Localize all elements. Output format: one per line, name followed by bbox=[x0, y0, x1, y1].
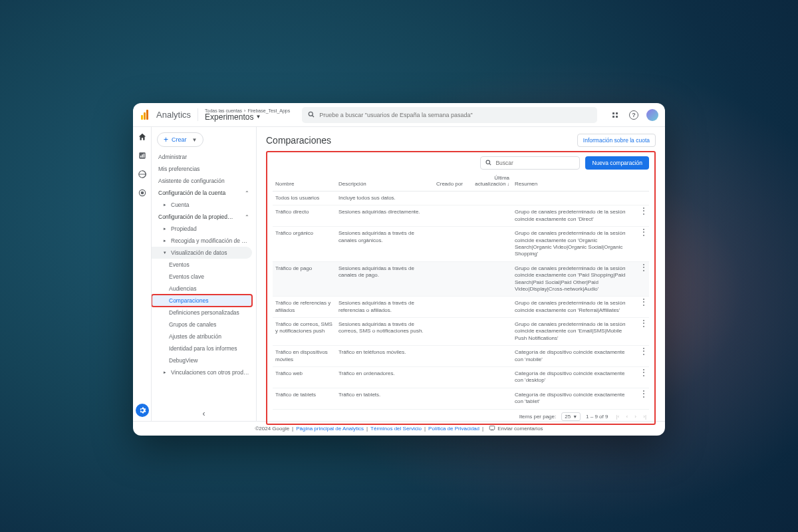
col-header-name[interactable]: Nombre bbox=[273, 172, 336, 192]
global-search[interactable] bbox=[302, 107, 597, 123]
quota-info-link[interactable]: Información sobre la cuota bbox=[577, 134, 656, 147]
row-actions[interactable]: ⋮ bbox=[637, 261, 649, 297]
row-actions[interactable]: ⋮ bbox=[637, 227, 649, 262]
create-button[interactable]: + Crear ▼ bbox=[157, 132, 203, 147]
nav-mis-preferencias[interactable]: Mis preferencias bbox=[152, 163, 256, 175]
more-vert-icon[interactable]: ⋮ bbox=[640, 389, 648, 398]
pager-first-icon[interactable]: |‹ bbox=[616, 414, 619, 420]
pager-last-icon[interactable]: ›| bbox=[643, 414, 646, 420]
nav-identidad-informes[interactable]: Identidad para los informes bbox=[152, 342, 256, 354]
avatar[interactable] bbox=[646, 109, 658, 121]
table-pager: Items per page: 25 ▼ 1 – 9 of 9 |‹ ‹ › ›… bbox=[273, 412, 649, 421]
nav-visualizacion-datos[interactable]: Visualización de datos bbox=[152, 247, 252, 259]
nav-comparaciones[interactable]: Comparaciones bbox=[152, 295, 252, 307]
table-search[interactable] bbox=[480, 156, 580, 170]
row-actions[interactable]: ⋮ bbox=[637, 346, 649, 367]
col-header-desc[interactable]: Descripción bbox=[336, 172, 432, 192]
more-vert-icon[interactable]: ⋮ bbox=[640, 297, 648, 307]
cell-desc: Tráfico en ordenadores. bbox=[336, 367, 432, 388]
nav-asistente-config[interactable]: Asistente de configuración bbox=[152, 175, 256, 187]
create-label: Crear bbox=[172, 136, 187, 143]
rail-advertising-icon[interactable] bbox=[136, 187, 148, 199]
breadcrumb[interactable]: Todas las cuentas › Firebase_Test_Apps E… bbox=[198, 108, 290, 122]
table-row[interactable]: Tráfico webTráfico en ordenadores.Catego… bbox=[273, 367, 649, 388]
nav-vinculaciones[interactable]: Vinculaciones con otros prod… bbox=[152, 366, 256, 378]
table-row[interactable]: Tráfico de tabletsTráfico en tablets.Cat… bbox=[273, 388, 649, 409]
more-vert-icon[interactable]: ⋮ bbox=[640, 227, 648, 237]
sidebar-collapse-button[interactable]: ‹ bbox=[152, 409, 256, 418]
nav-recogida[interactable]: Recogida y modificación de … bbox=[152, 235, 256, 247]
nav-eventos-clave[interactable]: Eventos clave bbox=[152, 271, 256, 283]
cell-summary: Categoría de dispositivo coincide exacta… bbox=[512, 388, 637, 409]
pager-page-size[interactable]: 25 ▼ bbox=[561, 412, 581, 421]
nav-eventos[interactable]: Eventos bbox=[152, 259, 256, 271]
cell-creator bbox=[432, 227, 466, 262]
table-row[interactable]: Tráfico orgánicoSesiones adquiridas a tr… bbox=[273, 227, 649, 262]
nav-definiciones-personalizadas[interactable]: Definiciones personalizadas bbox=[152, 307, 256, 319]
row-actions[interactable]: ⋮ bbox=[637, 367, 649, 388]
footer-feedback[interactable]: Enviar comentarios bbox=[489, 425, 543, 433]
more-vert-icon[interactable]: ⋮ bbox=[640, 206, 648, 215]
rail-explore-icon[interactable] bbox=[136, 168, 148, 180]
cell-name: Tráfico en dispositivos móviles bbox=[273, 346, 336, 367]
search-icon bbox=[307, 110, 315, 120]
cell-updated bbox=[466, 261, 512, 297]
rail-home-icon[interactable] bbox=[136, 131, 148, 143]
svg-line-10 bbox=[489, 163, 491, 164]
nav-grupos-canales[interactable]: Grupos de canales bbox=[152, 319, 256, 331]
table-row[interactable]: Tráfico en dispositivos móvilesTráfico e… bbox=[273, 346, 649, 367]
cell-updated bbox=[466, 318, 512, 346]
pager-next-icon[interactable]: › bbox=[634, 414, 636, 420]
nav-cuenta[interactable]: Cuenta bbox=[152, 199, 256, 211]
col-header-creator[interactable]: Creado por bbox=[432, 172, 466, 192]
cell-updated bbox=[466, 227, 512, 262]
cell-updated bbox=[466, 367, 512, 388]
cell-desc: Sesiones adquiridas directamente. bbox=[336, 205, 432, 227]
col-header-summary[interactable]: Resumen bbox=[512, 172, 637, 192]
more-vert-icon[interactable]: ⋮ bbox=[640, 346, 648, 356]
rail-admin-icon[interactable] bbox=[136, 404, 149, 417]
table-row[interactable]: Tráfico de referencias y afiliadosSesion… bbox=[273, 297, 649, 318]
table-row[interactable]: Tráfico directoSesiones adquiridas direc… bbox=[273, 205, 649, 227]
nav-debugview[interactable]: DebugView bbox=[152, 354, 256, 366]
global-search-input[interactable] bbox=[319, 112, 592, 118]
cell-creator bbox=[432, 346, 466, 367]
cell-summary: Grupo de canales predeterminado de la se… bbox=[512, 261, 637, 297]
table-search-input[interactable] bbox=[495, 160, 575, 166]
nav-administrar[interactable]: Administrar bbox=[152, 151, 256, 163]
footer-link-terms[interactable]: Términos del Servicio bbox=[370, 426, 422, 432]
more-vert-icon[interactable]: ⋮ bbox=[640, 319, 648, 328]
rail-reports-icon[interactable] bbox=[136, 150, 148, 162]
cell-updated bbox=[466, 192, 512, 205]
cell-name: Tráfico de tablets bbox=[273, 388, 336, 409]
nav-section-propiedad[interactable]: Configuración de la propied…⌃ bbox=[152, 211, 256, 223]
cell-creator bbox=[432, 297, 466, 318]
apps-icon[interactable] bbox=[609, 109, 621, 121]
table-row[interactable]: Todos los usuariosIncluye todos sus dato… bbox=[273, 192, 649, 205]
nav-ajustes-atribucion[interactable]: Ajustes de atribución bbox=[152, 331, 256, 342]
cell-updated bbox=[466, 346, 512, 367]
table-row[interactable]: Tráfico de correos, SMS y notificaciones… bbox=[273, 318, 649, 346]
row-actions[interactable]: ⋮ bbox=[637, 297, 649, 318]
cell-desc: Incluye todos sus datos. bbox=[336, 192, 432, 205]
pager-prev-icon[interactable]: ‹ bbox=[626, 414, 628, 420]
footer-link-home[interactable]: Página principal de Analytics bbox=[296, 426, 364, 432]
nav-section-cuenta[interactable]: Configuración de la cuenta⌃ bbox=[152, 187, 256, 199]
more-vert-icon[interactable]: ⋮ bbox=[640, 263, 648, 272]
row-actions[interactable] bbox=[637, 192, 649, 205]
more-vert-icon[interactable]: ⋮ bbox=[640, 368, 648, 377]
cell-creator bbox=[432, 367, 466, 388]
help-icon[interactable]: ? bbox=[628, 109, 640, 121]
footer-link-privacy[interactable]: Política de Privacidad bbox=[428, 426, 479, 432]
cell-updated bbox=[466, 297, 512, 318]
row-actions[interactable]: ⋮ bbox=[637, 388, 649, 409]
row-actions[interactable]: ⋮ bbox=[637, 205, 649, 227]
nav-audiencias[interactable]: Audiencias bbox=[152, 283, 256, 295]
table-row[interactable]: Tráfico de pagoSesiones adquiridas a tra… bbox=[273, 261, 649, 297]
nav-propiedad[interactable]: Propiedad bbox=[152, 223, 256, 235]
main-content: Comparaciones Información sobre la cuota… bbox=[257, 127, 665, 421]
row-actions[interactable]: ⋮ bbox=[637, 318, 649, 346]
new-comparison-button[interactable]: Nueva comparación bbox=[585, 156, 649, 170]
col-header-updated[interactable]: Última actualización↓ bbox=[466, 172, 512, 192]
comparisons-table: Nombre Descripción Creado por Última act… bbox=[273, 172, 649, 410]
